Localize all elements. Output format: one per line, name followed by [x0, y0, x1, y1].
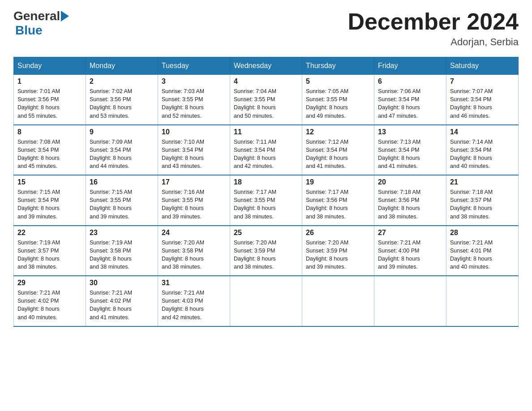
- day-number: 29: [17, 279, 82, 287]
- day-number: 7: [450, 77, 515, 86]
- calendar-table: SundayMondayTuesdayWednesdayThursdayFrid…: [13, 57, 519, 327]
- day-number: 12: [306, 128, 370, 136]
- day-cell-11: 11Sunrise: 7:11 AMSunset: 3:54 PMDayligh…: [230, 125, 302, 176]
- weekday-header-saturday: Saturday: [446, 57, 519, 75]
- day-number: 25: [234, 229, 298, 237]
- day-cell-4: 4Sunrise: 7:04 AMSunset: 3:55 PMDaylight…: [230, 75, 302, 125]
- day-number: 8: [17, 128, 82, 136]
- day-cell-2: 2Sunrise: 7:02 AMSunset: 3:56 PMDaylight…: [86, 75, 158, 125]
- day-number: 18: [234, 178, 298, 186]
- weekday-header-sunday: Sunday: [14, 57, 86, 75]
- day-number: 26: [306, 229, 370, 237]
- day-cell-27: 27Sunrise: 7:21 AMSunset: 4:00 PMDayligh…: [374, 226, 446, 276]
- day-info: Sunrise: 7:19 AMSunset: 3:58 PMDaylight:…: [90, 239, 154, 271]
- day-cell-31: 31Sunrise: 7:21 AMSunset: 4:03 PMDayligh…: [158, 276, 230, 326]
- day-cell-3: 3Sunrise: 7:03 AMSunset: 3:55 PMDaylight…: [158, 75, 230, 125]
- day-cell-13: 13Sunrise: 7:13 AMSunset: 3:54 PMDayligh…: [374, 125, 446, 176]
- day-cell-30: 30Sunrise: 7:21 AMSunset: 4:02 PMDayligh…: [86, 276, 158, 326]
- empty-cell: [374, 276, 446, 326]
- day-info: Sunrise: 7:15 AMSunset: 3:55 PMDaylight:…: [90, 188, 154, 221]
- logo-general-text: General: [13, 9, 60, 23]
- week-row-4: 22Sunrise: 7:19 AMSunset: 3:57 PMDayligh…: [14, 226, 519, 276]
- weekday-header-thursday: Thursday: [302, 57, 374, 75]
- day-cell-20: 20Sunrise: 7:18 AMSunset: 3:56 PMDayligh…: [374, 175, 446, 226]
- day-number: 19: [306, 178, 370, 186]
- day-info: Sunrise: 7:17 AMSunset: 3:56 PMDaylight:…: [306, 188, 370, 221]
- day-info: Sunrise: 7:21 AMSunset: 4:03 PMDaylight:…: [162, 289, 226, 321]
- day-number: 15: [17, 178, 82, 186]
- day-info: Sunrise: 7:16 AMSunset: 3:55 PMDaylight:…: [162, 188, 226, 221]
- logo-blue-text: Blue: [15, 23, 69, 38]
- day-info: Sunrise: 7:20 AMSunset: 3:59 PMDaylight:…: [306, 239, 370, 271]
- logo: General Blue: [13, 9, 69, 38]
- day-info: Sunrise: 7:21 AMSunset: 4:02 PMDaylight:…: [90, 289, 154, 321]
- day-info: Sunrise: 7:04 AMSunset: 3:55 PMDaylight:…: [234, 87, 298, 120]
- page-header: General Blue December 2024 Adorjan, Serb…: [13, 9, 519, 48]
- empty-cell: [446, 276, 519, 326]
- day-info: Sunrise: 7:07 AMSunset: 3:54 PMDaylight:…: [450, 87, 515, 120]
- week-row-2: 8Sunrise: 7:08 AMSunset: 3:54 PMDaylight…: [14, 125, 519, 176]
- day-number: 22: [17, 229, 82, 237]
- day-number: 23: [90, 229, 154, 237]
- day-number: 13: [378, 128, 442, 136]
- day-number: 30: [90, 279, 154, 287]
- day-cell-21: 21Sunrise: 7:18 AMSunset: 3:57 PMDayligh…: [446, 175, 519, 226]
- day-cell-22: 22Sunrise: 7:19 AMSunset: 3:57 PMDayligh…: [14, 226, 86, 276]
- day-info: Sunrise: 7:06 AMSunset: 3:54 PMDaylight:…: [378, 87, 442, 120]
- day-cell-18: 18Sunrise: 7:17 AMSunset: 3:55 PMDayligh…: [230, 175, 302, 226]
- day-number: 6: [378, 77, 442, 86]
- day-info: Sunrise: 7:01 AMSunset: 3:56 PMDaylight:…: [17, 87, 82, 120]
- day-info: Sunrise: 7:13 AMSunset: 3:54 PMDaylight:…: [378, 138, 442, 171]
- day-info: Sunrise: 7:03 AMSunset: 3:55 PMDaylight:…: [162, 87, 226, 120]
- day-cell-19: 19Sunrise: 7:17 AMSunset: 3:56 PMDayligh…: [302, 175, 374, 226]
- day-cell-10: 10Sunrise: 7:10 AMSunset: 3:54 PMDayligh…: [158, 125, 230, 176]
- day-cell-8: 8Sunrise: 7:08 AMSunset: 3:54 PMDaylight…: [14, 125, 86, 176]
- day-number: 11: [234, 128, 298, 136]
- day-info: Sunrise: 7:17 AMSunset: 3:55 PMDaylight:…: [234, 188, 298, 221]
- weekday-header-tuesday: Tuesday: [158, 57, 230, 75]
- day-number: 10: [162, 128, 226, 136]
- day-cell-24: 24Sunrise: 7:20 AMSunset: 3:58 PMDayligh…: [158, 226, 230, 276]
- day-info: Sunrise: 7:10 AMSunset: 3:54 PMDaylight:…: [162, 138, 226, 171]
- day-number: 28: [450, 229, 515, 237]
- day-number: 17: [162, 178, 226, 186]
- day-info: Sunrise: 7:15 AMSunset: 3:54 PMDaylight:…: [17, 188, 82, 221]
- logo-arrow-icon: [61, 11, 69, 21]
- day-number: 2: [90, 77, 154, 86]
- empty-cell: [230, 276, 302, 326]
- month-title: December 2024: [348, 9, 519, 34]
- day-info: Sunrise: 7:12 AMSunset: 3:54 PMDaylight:…: [306, 138, 370, 171]
- day-cell-26: 26Sunrise: 7:20 AMSunset: 3:59 PMDayligh…: [302, 226, 374, 276]
- day-cell-1: 1Sunrise: 7:01 AMSunset: 3:56 PMDaylight…: [14, 75, 86, 125]
- day-cell-28: 28Sunrise: 7:21 AMSunset: 4:01 PMDayligh…: [446, 226, 519, 276]
- day-info: Sunrise: 7:05 AMSunset: 3:55 PMDaylight:…: [306, 87, 370, 120]
- day-number: 20: [378, 178, 442, 186]
- day-cell-14: 14Sunrise: 7:14 AMSunset: 3:54 PMDayligh…: [446, 125, 519, 176]
- day-info: Sunrise: 7:18 AMSunset: 3:56 PMDaylight:…: [378, 188, 442, 221]
- day-number: 9: [90, 128, 154, 136]
- day-number: 27: [378, 229, 442, 237]
- day-cell-5: 5Sunrise: 7:05 AMSunset: 3:55 PMDaylight…: [302, 75, 374, 125]
- day-info: Sunrise: 7:20 AMSunset: 3:58 PMDaylight:…: [162, 239, 226, 271]
- day-number: 14: [450, 128, 515, 136]
- weekday-header-monday: Monday: [86, 57, 158, 75]
- day-info: Sunrise: 7:21 AMSunset: 4:01 PMDaylight:…: [450, 239, 515, 271]
- day-number: 24: [162, 229, 226, 237]
- day-info: Sunrise: 7:21 AMSunset: 4:00 PMDaylight:…: [378, 239, 442, 271]
- day-cell-16: 16Sunrise: 7:15 AMSunset: 3:55 PMDayligh…: [86, 175, 158, 226]
- day-info: Sunrise: 7:02 AMSunset: 3:56 PMDaylight:…: [90, 87, 154, 120]
- day-info: Sunrise: 7:21 AMSunset: 4:02 PMDaylight:…: [17, 289, 82, 321]
- day-number: 4: [234, 77, 298, 86]
- day-cell-9: 9Sunrise: 7:09 AMSunset: 3:54 PMDaylight…: [86, 125, 158, 176]
- weekday-header-row: SundayMondayTuesdayWednesdayThursdayFrid…: [14, 57, 519, 75]
- title-block: December 2024 Adorjan, Serbia: [348, 9, 519, 48]
- day-cell-6: 6Sunrise: 7:06 AMSunset: 3:54 PMDaylight…: [374, 75, 446, 125]
- day-number: 1: [17, 77, 82, 86]
- day-number: 3: [162, 77, 226, 86]
- day-cell-29: 29Sunrise: 7:21 AMSunset: 4:02 PMDayligh…: [14, 276, 86, 326]
- day-number: 31: [162, 279, 226, 287]
- day-info: Sunrise: 7:20 AMSunset: 3:59 PMDaylight:…: [234, 239, 298, 271]
- day-cell-17: 17Sunrise: 7:16 AMSunset: 3:55 PMDayligh…: [158, 175, 230, 226]
- day-cell-23: 23Sunrise: 7:19 AMSunset: 3:58 PMDayligh…: [86, 226, 158, 276]
- week-row-1: 1Sunrise: 7:01 AMSunset: 3:56 PMDaylight…: [14, 75, 519, 125]
